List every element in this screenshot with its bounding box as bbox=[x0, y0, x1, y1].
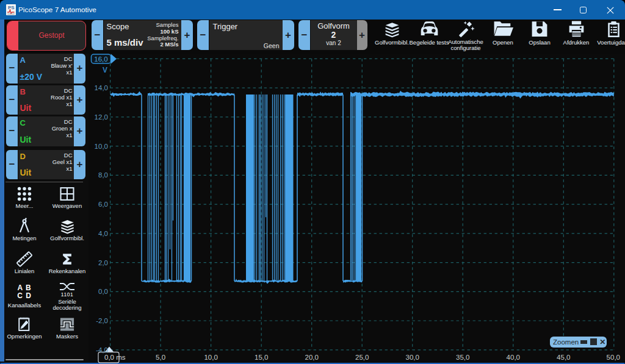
svg-text:8,0: 8,0 bbox=[98, 171, 108, 179]
svg-text:-4,0: -4,0 bbox=[96, 346, 108, 354]
svg-text:40,0: 40,0 bbox=[507, 354, 520, 361]
svg-text:15,0: 15,0 bbox=[255, 354, 268, 361]
svg-text:45,0: 45,0 bbox=[557, 354, 570, 361]
svg-text:0,0 ms: 0,0 ms bbox=[104, 354, 126, 361]
svg-text:-2,0: -2,0 bbox=[96, 317, 108, 324]
svg-text:14,0: 14,0 bbox=[95, 84, 108, 91]
svg-text:5,0: 5,0 bbox=[156, 354, 165, 361]
svg-text:4,0: 4,0 bbox=[98, 230, 108, 237]
svg-text:30,0: 30,0 bbox=[406, 354, 419, 361]
svg-text:6,0: 6,0 bbox=[98, 201, 108, 208]
svg-text:50,0: 50,0 bbox=[607, 354, 620, 361]
svg-text:20,0: 20,0 bbox=[305, 354, 319, 361]
svg-text:V: V bbox=[103, 66, 107, 74]
svg-text:2,0: 2,0 bbox=[98, 259, 108, 266]
svg-text:10,0: 10,0 bbox=[95, 143, 108, 150]
svg-text:12,0: 12,0 bbox=[95, 113, 108, 121]
svg-text:25,0: 25,0 bbox=[355, 354, 369, 361]
svg-text:0,0: 0,0 bbox=[98, 288, 108, 295]
svg-text:16,0: 16,0 bbox=[94, 55, 107, 63]
svg-text:35,0: 35,0 bbox=[456, 354, 469, 361]
svg-text:10,0: 10,0 bbox=[204, 354, 217, 361]
